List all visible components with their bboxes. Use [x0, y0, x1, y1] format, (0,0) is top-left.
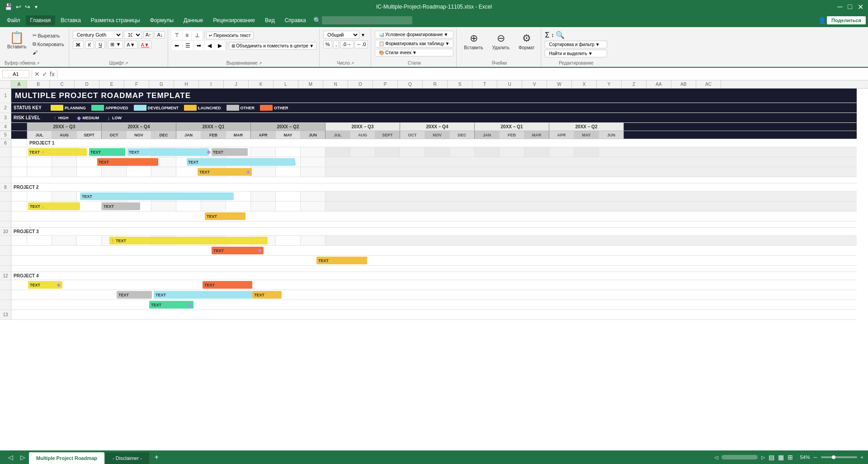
align-bottom-btn[interactable]: ⊥ — [192, 31, 202, 40]
menu-item-help[interactable]: Справка — [280, 15, 311, 25]
col-l[interactable]: L — [274, 80, 298, 88]
col-h[interactable]: H — [174, 80, 199, 88]
sort-filter-btn[interactable]: Сортировка и фильтр▼ — [545, 41, 607, 48]
redo-icon[interactable]: ↪ — [25, 3, 30, 10]
menu-item-page-layout[interactable]: Разметка страницы — [86, 15, 145, 25]
align-center-btn[interactable]: ☰ — [183, 41, 193, 50]
col-q[interactable]: Q — [398, 80, 423, 88]
col-ab[interactable]: AB — [671, 80, 696, 88]
menu-item-file[interactable]: Файл — [2, 15, 25, 25]
scroll-track[interactable] — [722, 455, 758, 459]
col-ac[interactable]: AC — [696, 80, 721, 88]
col-x[interactable]: X — [572, 80, 597, 88]
decrease-indent-btn[interactable]: ◀ — [205, 41, 214, 50]
fill-color-btn[interactable]: A▼ — [124, 41, 137, 49]
align-middle-btn[interactable]: ≡ — [183, 31, 191, 40]
zoom-out-btn[interactable]: ─ — [814, 455, 817, 460]
find-select-btn[interactable]: Найти и выделить▼ — [545, 50, 607, 57]
font-color-btn[interactable]: A▼ — [139, 41, 151, 49]
menu-item-review[interactable]: Рецензирование — [208, 15, 259, 25]
view-normal-btn[interactable]: ▤ — [769, 454, 774, 461]
decrease-decimal-btn[interactable]: ←.0 — [354, 40, 368, 48]
cell-styles-btn[interactable]: 🎨Стили ячеек▼ — [375, 49, 453, 56]
col-w[interactable]: W — [547, 80, 572, 88]
nav-prev-btn[interactable]: ◁ — [5, 450, 17, 464]
align-top-btn[interactable]: ⊤ — [172, 31, 182, 40]
menu-item-home[interactable]: Главная — [26, 15, 56, 25]
col-d[interactable]: D — [75, 80, 99, 88]
cancel-formula-icon[interactable]: ✕ — [34, 70, 40, 78]
font-size-select[interactable]: 10 — [124, 31, 142, 39]
col-z[interactable]: Z — [622, 80, 646, 88]
conditional-format-btn[interactable]: 📊Условное форматирование▼ — [375, 31, 453, 38]
col-t[interactable]: T — [472, 80, 497, 88]
wrap-text-btn[interactable]: ↵Переносить текст — [206, 32, 253, 39]
view-layout-btn[interactable]: ▦ — [778, 454, 784, 461]
underline-btn[interactable]: Ч — [95, 41, 105, 49]
delete-btn[interactable]: ⊖ Удалить — [489, 31, 513, 60]
col-y[interactable]: Y — [597, 80, 622, 88]
format-btn[interactable]: ⚙ Формат — [515, 31, 538, 60]
formula-input[interactable] — [60, 71, 866, 77]
number-format-arrow[interactable]: ▼ — [361, 33, 365, 37]
number-format-select[interactable]: Общий — [323, 31, 359, 39]
confirm-formula-icon[interactable]: ✓ — [42, 70, 47, 78]
menu-item-formulas[interactable]: Формулы — [146, 15, 178, 25]
font-increase-btn[interactable]: A↑ — [143, 31, 154, 38]
align-right-btn[interactable]: ➡ — [194, 41, 204, 50]
format-table-btn[interactable]: 📋Форматировать как таблицу▼ — [375, 40, 453, 47]
restore-btn[interactable]: □ — [848, 3, 852, 11]
search-input[interactable] — [322, 16, 412, 24]
increase-indent-btn[interactable]: ▶ — [215, 41, 225, 50]
cell-reference-input[interactable] — [2, 70, 29, 78]
col-a[interactable]: A — [11, 80, 27, 88]
col-m[interactable]: M — [298, 80, 323, 88]
zoom-in-btn[interactable]: + — [861, 455, 863, 460]
tab-multiple-project[interactable]: Multiple Project Roadmap — [29, 452, 104, 464]
scroll-left-btn[interactable]: ◁ — [714, 455, 718, 460]
menu-item-view[interactable]: Вид — [260, 15, 279, 25]
col-i[interactable]: I — [199, 80, 224, 88]
insert-function-icon[interactable]: fx — [50, 70, 55, 78]
bold-btn[interactable]: Ж — [73, 41, 84, 49]
menu-item-insert[interactable]: Вставка — [56, 15, 85, 25]
col-f[interactable]: F — [124, 80, 149, 88]
thousands-btn[interactable]: , — [333, 40, 339, 48]
italic-btn[interactable]: К — [85, 41, 94, 49]
font-name-select[interactable]: Century Goth — [73, 31, 123, 39]
share-button[interactable]: Поделиться — [827, 16, 866, 24]
scroll-right-btn[interactable]: ▷ — [761, 455, 765, 460]
col-g[interactable]: G — [149, 80, 174, 88]
col-aa[interactable]: AA — [646, 80, 671, 88]
tab-disclaimer[interactable]: - Disclaimer - — [105, 452, 149, 464]
undo-icon[interactable]: ↩ — [16, 3, 21, 10]
col-j[interactable]: J — [224, 80, 249, 88]
zoom-slider[interactable] — [821, 456, 857, 458]
nav-next-btn[interactable]: ▷ — [17, 450, 29, 464]
save-icon[interactable]: 💾 — [5, 3, 12, 10]
col-k[interactable]: K — [249, 80, 274, 88]
col-s[interactable]: S — [448, 80, 472, 88]
customize-icon[interactable]: ▼ — [34, 5, 38, 9]
borders-btn[interactable]: ⊞ ▼ — [108, 40, 123, 49]
paste-button[interactable]: 📋 Вставить — [5, 30, 29, 51]
col-u[interactable]: U — [497, 80, 522, 88]
font-decrease-btn[interactable]: A↓ — [155, 31, 165, 38]
col-b[interactable]: B — [27, 80, 50, 88]
col-e[interactable]: E — [99, 80, 124, 88]
col-c[interactable]: C — [50, 80, 75, 88]
col-p[interactable]: P — [373, 80, 398, 88]
merge-center-btn[interactable]: ⊞Объединить и поместить в центре▼ — [229, 42, 316, 50]
insert-btn[interactable]: ⊕ Вставить — [460, 31, 486, 60]
col-o[interactable]: O — [348, 80, 373, 88]
minimize-btn[interactable]: ─ — [837, 3, 842, 11]
view-page-break-btn[interactable]: ⊞ — [788, 454, 793, 461]
menu-item-data[interactable]: Данные — [179, 15, 208, 25]
align-left-btn[interactable]: ⬅ — [172, 41, 182, 50]
add-tab-btn[interactable]: + — [151, 450, 162, 464]
copy-button[interactable]: ⧉Копировать — [31, 40, 66, 48]
percent-btn[interactable]: % — [323, 40, 332, 48]
format-painter-button[interactable]: 🖌 — [31, 49, 66, 56]
col-r[interactable]: R — [423, 80, 448, 88]
increase-decimal-btn[interactable]: .0→ — [340, 40, 354, 48]
